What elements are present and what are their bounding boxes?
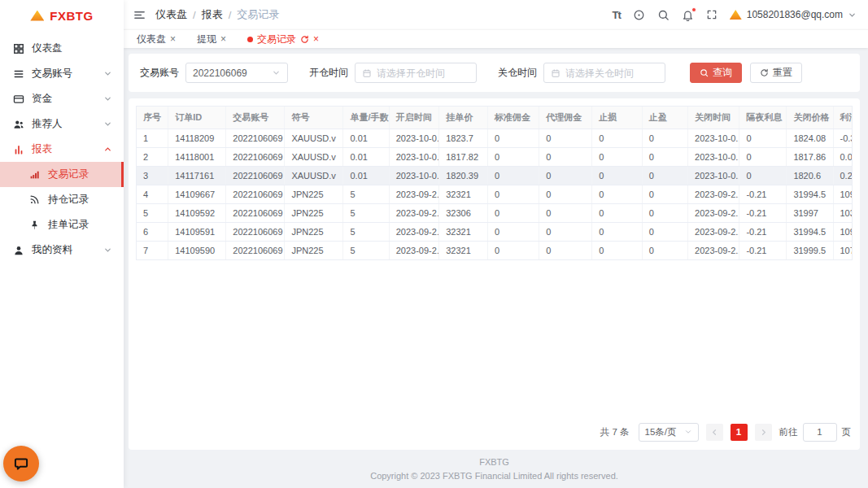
breadcrumb-item[interactable]: 仪表盘 <box>155 7 187 22</box>
query-button[interactable]: 查询 <box>690 63 742 83</box>
chevron-up-icon <box>103 145 112 154</box>
reset-button[interactable]: 重置 <box>750 63 802 83</box>
footer-copyright: Copyright © 2023 FXBTG Financial Limited… <box>129 469 860 483</box>
table-cell: 14109591 <box>168 223 226 242</box>
table-cell: 1824.08 <box>787 129 833 148</box>
sidebar-item-position-records[interactable]: 持仓记录 <box>0 187 124 212</box>
tab-dashboard[interactable]: 仪表盘 × <box>137 33 176 46</box>
column-header: 代理佣金 <box>539 107 592 129</box>
close-icon[interactable]: × <box>220 34 226 44</box>
table-cell: 0 <box>539 148 592 167</box>
menu-fold-icon[interactable] <box>133 9 146 21</box>
chevron-down-icon <box>848 11 857 20</box>
table-cell: 0 <box>739 167 787 185</box>
sidebar-item-referrers[interactable]: 推荐人 <box>0 111 124 137</box>
table-cell: 2023-09-2... <box>389 185 439 204</box>
account-select[interactable]: 2022106069 <box>185 63 288 83</box>
sidebar-item-label: 仪表盘 <box>32 41 112 55</box>
table-cell: JPN225 <box>285 185 343 204</box>
table-row[interactable]: 3141171612022106069XAUUSD.v0.012023-10-0… <box>137 167 852 185</box>
page-size-value: 15条/页 <box>645 426 677 438</box>
column-header: 止损 <box>592 107 643 129</box>
table-cell: 31997 <box>787 204 833 223</box>
account-select-value: 2022106069 <box>193 68 247 79</box>
notification-bell-icon[interactable] <box>682 9 694 21</box>
sidebar-item-my-profile[interactable]: 我的资料 <box>0 237 124 263</box>
goto-page-input[interactable] <box>803 423 837 442</box>
circle-dot-icon[interactable] <box>633 9 645 21</box>
table-cell: 2022106069 <box>226 185 285 204</box>
open-time-picker[interactable] <box>355 63 477 83</box>
table-cell: 0 <box>488 167 539 185</box>
table-cell: 0 <box>592 167 643 185</box>
table-row[interactable]: 7141095902022106069JPN22552023-09-2...32… <box>137 242 852 260</box>
sidebar-item-trade-records[interactable]: 交易记录 <box>0 162 124 187</box>
page-number-current[interactable]: 1 <box>731 424 748 441</box>
close-icon[interactable]: × <box>313 34 319 44</box>
sidebar-item-trading-accounts[interactable]: 交易账号 <box>0 61 124 86</box>
tab-label: 提现 <box>197 33 216 46</box>
table-cell: 2023-10-0... <box>688 167 739 185</box>
table-cell: 2022106069 <box>226 167 285 185</box>
table-row[interactable]: 2141180012022106069XAUUSD.v0.012023-10-0… <box>137 148 852 167</box>
table-cell: 0 <box>592 148 643 167</box>
sidebar-item-reports[interactable]: 报表 <box>0 137 124 162</box>
table-cell: 2022106069 <box>226 204 285 223</box>
user-menu[interactable]: 1058201836@qq.com <box>730 9 857 20</box>
table-cell: 14109590 <box>168 242 226 260</box>
table-row[interactable]: 4141096672022106069JPN22552023-09-2...32… <box>137 185 852 204</box>
table-cell: 0 <box>642 185 687 204</box>
sidebar-item-funds[interactable]: 资金 <box>0 86 124 111</box>
table-row[interactable]: 6141095912022106069JPN22552023-09-2...32… <box>137 223 852 242</box>
open-time-input[interactable] <box>377 68 469 79</box>
table-cell: 32321 <box>439 242 488 260</box>
table-cell: 14117161 <box>168 167 226 185</box>
table-cell: 32321 <box>439 223 488 242</box>
next-page-button[interactable] <box>755 424 772 441</box>
tab-trade-records[interactable]: 交易记录 × <box>247 33 319 46</box>
column-header: 隔夜利息 <box>739 107 787 129</box>
table-cell: 31994.5 <box>787 223 833 242</box>
page-size-select[interactable]: 15条/页 <box>639 423 699 442</box>
close-time-input[interactable] <box>565 68 658 79</box>
table-cell: 0 <box>539 204 592 223</box>
trade-records-table: 序号订单ID交易账号符号单量/手数开启时间挂单价标准佣金代理佣金止损止盈关闭时间… <box>136 106 853 260</box>
fullscreen-icon[interactable] <box>706 9 718 20</box>
table-cell: 2023-09-2... <box>389 223 439 242</box>
search-icon[interactable] <box>657 9 670 21</box>
chat-launcher-button[interactable] <box>3 446 39 481</box>
refresh-icon[interactable] <box>300 35 309 44</box>
content-area: 交易账号 2022106069 开仓时间 关仓时间 <box>124 48 868 488</box>
table-cell: 0 <box>642 223 687 242</box>
font-size-icon[interactable]: Tt <box>612 9 620 21</box>
table-cell: 2022106069 <box>226 148 285 167</box>
table-cell: 0 <box>488 185 539 204</box>
close-icon[interactable]: × <box>170 34 176 44</box>
goto-label: 前往 <box>779 426 798 438</box>
column-header: 序号 <box>137 107 168 129</box>
breadcrumb-item[interactable]: 报表 <box>202 7 223 22</box>
table-cell: 0 <box>488 223 539 242</box>
table-cell: 0 <box>539 129 592 148</box>
pagination: 共 7 条 15条/页 1 前往 <box>136 416 853 445</box>
table-row[interactable]: 1141182092022106069XAUUSD.v0.012023-10-0… <box>137 129 852 148</box>
close-time-picker[interactable] <box>543 63 665 83</box>
table-cell: 5 <box>343 185 389 204</box>
bar-chart-icon <box>13 144 24 155</box>
tab-withdrawal[interactable]: 提现 × <box>197 33 226 46</box>
brand-logo[interactable]: FXBTG <box>0 0 124 31</box>
table-cell: 0 <box>642 129 687 148</box>
chevron-down-icon <box>272 68 281 77</box>
sidebar-item-dashboard[interactable]: 仪表盘 <box>0 36 124 61</box>
sidebar-item-pending-order-records[interactable]: 挂单记录 <box>0 212 124 237</box>
table-cell: 2023-09-2... <box>688 204 739 223</box>
table-cell: 0 <box>539 223 592 242</box>
calendar-icon <box>551 68 560 78</box>
chevron-down-icon <box>684 428 692 436</box>
table-cell: 1033.71 <box>833 204 852 223</box>
table-cell: 1820.6 <box>787 167 833 185</box>
prev-page-button[interactable] <box>706 424 723 441</box>
topbar-actions: Tt 1058201836@qq.com <box>612 9 857 21</box>
table-cell: 2023-09-2... <box>389 204 439 223</box>
table-row[interactable]: 5141095922022106069JPN22552023-09-2...32… <box>137 204 852 223</box>
